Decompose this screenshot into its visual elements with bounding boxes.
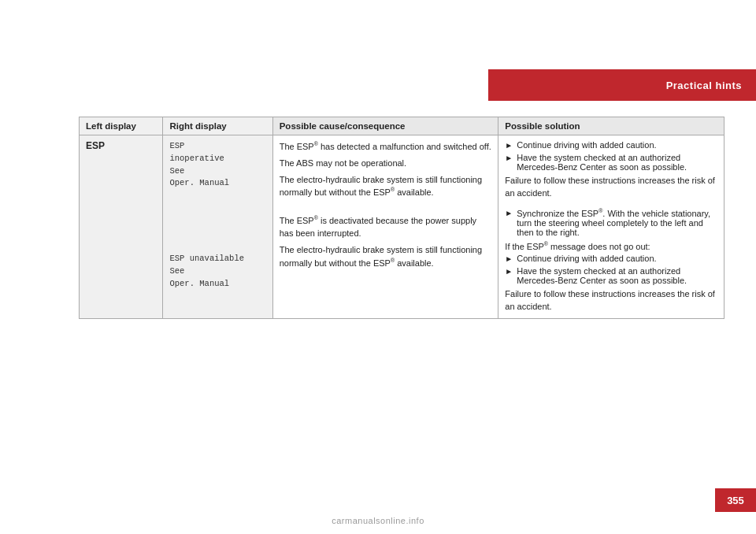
cause-text-2: The ABS may not be operational. [280, 158, 492, 170]
page-number-badge: 355 [715, 488, 756, 512]
solution-bullet-2: ► Have the system checked at an authoriz… [505, 153, 717, 172]
esp-label: ESP [86, 140, 105, 151]
page-title: Practical hints [666, 80, 742, 91]
solution-bullet-3: ► Synchronize the ESP®. With the vehicle… [505, 208, 717, 237]
col-header-cause: Possible cause/consequence [272, 117, 498, 135]
if-not-text: If the ESP® message does not go out: [505, 241, 717, 251]
solution-text-1: Continue driving with added caution. [517, 140, 656, 150]
esp-table: Left display Right display Possible caus… [79, 117, 724, 319]
solution-text-5: Have the system checked at an authorized… [517, 266, 717, 285]
solution-text-3: Synchronize the ESP®. With the vehicle s… [517, 208, 717, 237]
cell-left-display: ESP [80, 135, 163, 319]
cause-text-1: The ESP® has detected a malfunction and … [280, 140, 492, 154]
page-number: 355 [727, 495, 744, 506]
right-display-section-2: ESP unavailableSeeOper. Manual [169, 253, 265, 290]
right-display-section-1: ESPinoperativeSeeOper. Manual [169, 140, 265, 190]
solution-bullet-4: ► Continue driving with added caution. [505, 254, 717, 263]
table-row: ESP ESPinoperativeSeeOper. Manual ESP un… [80, 135, 724, 319]
bullet-arrow-icon: ► [505, 154, 513, 162]
bullet-arrow-icon: ► [505, 209, 513, 217]
table-header-row: Left display Right display Possible caus… [80, 117, 724, 135]
cause-text-4: The ESP® is deactivated because the powe… [280, 214, 492, 240]
watermark-area: carmanualsonline.info [0, 515, 756, 526]
bullet-arrow-icon: ► [505, 254, 513, 263]
content-area: Left display Right display Possible caus… [79, 117, 724, 319]
cause-text-3: The electro-hydraulic brake system is st… [280, 174, 492, 200]
bullet-arrow-icon: ► [505, 141, 513, 150]
bullet-arrow-icon: ► [505, 267, 513, 276]
solution-text-2: Have the system checked at an authorized… [517, 153, 717, 172]
cell-solution: ► Continue driving with added caution. ►… [498, 135, 724, 319]
solution-text-4: Continue driving with added caution. [517, 254, 656, 263]
col-header-solution: Possible solution [498, 117, 724, 135]
col-header-left: Left display [80, 117, 163, 135]
header-bar: Practical hints [488, 69, 756, 101]
col-header-right: Right display [163, 117, 272, 135]
solution-bullet-1: ► Continue driving with added caution. [505, 140, 717, 150]
watermark-text: carmanualsonline.info [332, 516, 424, 525]
cell-right-display: ESPinoperativeSeeOper. Manual ESP unavai… [163, 135, 272, 319]
cause-text-5: The electro-hydraulic brake system is st… [280, 244, 492, 270]
failure-note-1: Failure to follow these instructions inc… [505, 175, 717, 200]
cell-cause: The ESP® has detected a malfunction and … [272, 135, 498, 319]
failure-note-2: Failure to follow these instructions inc… [505, 288, 717, 313]
solution-bullet-5: ► Have the system checked at an authoriz… [505, 266, 717, 285]
